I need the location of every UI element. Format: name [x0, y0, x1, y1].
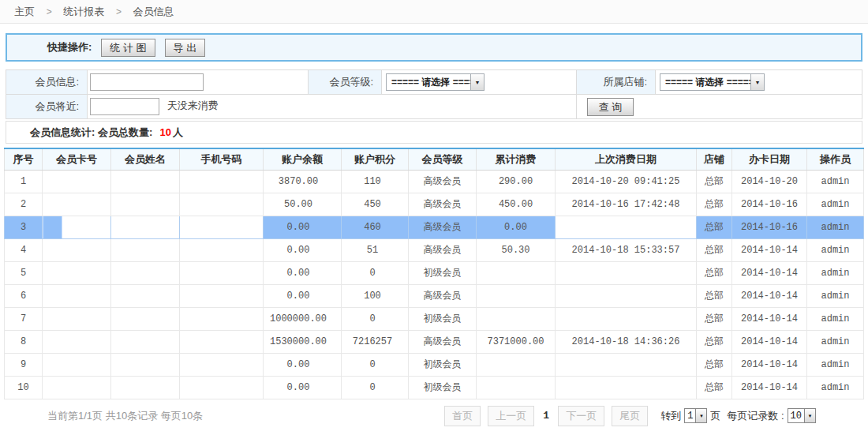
member-near-label: 会员将近: [6, 95, 88, 119]
cell-name [111, 216, 180, 238]
cell-card-number [43, 261, 111, 284]
chevron-down-icon: ▼ [470, 74, 484, 90]
table-row[interactable]: 81530000.007216257高级会员7371000.002014-10-… [5, 330, 864, 353]
next-page-button[interactable]: 下一页 [558, 406, 604, 426]
first-page-button[interactable]: 首页 [444, 406, 481, 426]
cell-index: 3 [5, 216, 43, 238]
cell-card-number [43, 353, 111, 376]
cell-points: 0 [342, 307, 409, 330]
search-button[interactable]: 查 询 [587, 98, 634, 116]
cell-last-spend-date [556, 376, 697, 399]
pagination-controls: 首页 上一页 1 下一页 尾页 转到 1 ▼ 页 每页记录数 : 10 ▼ [444, 406, 819, 426]
quick-operations-bar: 快捷操作: 统 计 图 导 出 [6, 33, 862, 62]
cell-last-spend-date: 2014-10-16 17:42:48 [556, 193, 697, 216]
member-info-input[interactable] [90, 73, 204, 91]
cell-open-date: 2014-10-14 [732, 376, 807, 399]
cell-index: 8 [5, 330, 43, 353]
cell-phone [180, 216, 264, 238]
cell-index: 1 [5, 170, 43, 193]
cell-total-spend: 450.00 [477, 193, 556, 216]
table-row[interactable]: 71000000.000初级会员总部2014-10-14admin [5, 307, 864, 330]
cell-points: 460 [342, 216, 409, 238]
pagination-summary: 当前第1/1页 共10条记录 每页10条 [47, 409, 203, 423]
quick-operations-label: 快捷操作: [47, 40, 92, 54]
cell-points: 450 [342, 193, 409, 216]
table-row[interactable]: 250.00450高级会员450.002014-10-16 17:42:48总部… [5, 193, 864, 216]
cell-store: 总部 [697, 216, 732, 238]
table-row[interactable]: 100.000初级会员总部2014-10-14admin [5, 376, 864, 399]
cell-points: 51 [342, 238, 409, 261]
export-button[interactable]: 导 出 [165, 39, 206, 57]
cell-last-spend-date: 2014-10-20 09:41:25 [556, 170, 697, 193]
member-info-cell [88, 70, 309, 95]
pagination-bar: 当前第1/1页 共10条记录 每页10条 首页 上一页 1 下一页 尾页 转到 … [0, 405, 868, 427]
member-stats-bar: 会员信息统计: 会员总数量: 10人 [6, 121, 862, 144]
member-level-select[interactable]: ===== 请选择 ===== ▼ [386, 73, 485, 91]
cell-total-spend [477, 261, 556, 284]
cell-total-spend [477, 376, 556, 399]
cell-total-spend: 50.30 [477, 238, 556, 261]
cell-index: 4 [5, 238, 43, 261]
cell-name [111, 284, 180, 307]
cell-last-spend-date [556, 261, 697, 284]
goto-page-select[interactable]: 1 ▼ [684, 408, 707, 423]
column-header-points: 账户积分 [342, 148, 409, 170]
table-row[interactable]: 30.00460高级会员0.00总部2014-10-16admin [5, 216, 864, 238]
cell-total-spend [477, 307, 556, 330]
breadcrumb-separator: > [116, 6, 122, 17]
table-row[interactable]: 90.000初级会员总部2014-10-14admin [5, 353, 864, 376]
statistics-chart-button[interactable]: 统 计 图 [101, 39, 155, 57]
cell-points: 0 [342, 261, 409, 284]
cell-balance: 0.00 [264, 353, 342, 376]
chevron-down-icon: ▼ [804, 409, 815, 422]
cell-points: 110 [342, 170, 409, 193]
cell-phone [180, 376, 264, 399]
cell-index: 7 [5, 307, 43, 330]
breadcrumb-home[interactable]: 主页 [14, 6, 35, 17]
column-header-open-date: 办卡日期 [732, 148, 807, 170]
days-input[interactable] [90, 98, 159, 115]
cell-phone [180, 170, 264, 193]
cell-level: 高级会员 [409, 238, 477, 261]
cell-balance: 0.00 [264, 216, 342, 238]
cell-name [111, 238, 180, 261]
cell-open-date: 2014-10-14 [732, 330, 807, 353]
cell-level: 高级会员 [409, 284, 477, 307]
column-header-balance: 账户余额 [264, 148, 342, 170]
page-size-select[interactable]: 10 ▼ [788, 408, 816, 423]
cell-balance: 0.00 [264, 261, 342, 284]
column-header-name: 会员姓名 [111, 148, 180, 170]
table-row[interactable]: 13870.00110高级会员290.002014-10-20 09:41:25… [5, 170, 864, 193]
cell-level: 初级会员 [409, 353, 477, 376]
stats-label: 会员信息统计: [30, 126, 95, 138]
breadcrumb-reports[interactable]: 统计报表 [63, 6, 104, 17]
table-row[interactable]: 40.0051高级会员50.302014-10-18 15:33:57总部201… [5, 238, 864, 261]
cell-open-date: 2014-10-14 [732, 353, 807, 376]
column-header-phone: 手机号码 [180, 148, 264, 170]
cell-total-spend: 0.00 [477, 216, 556, 238]
cell-store: 总部 [697, 376, 732, 399]
cell-operator: admin [807, 330, 864, 353]
prev-page-button[interactable]: 上一页 [488, 406, 534, 426]
cell-last-spend-date [556, 284, 697, 307]
last-page-button[interactable]: 尾页 [612, 406, 648, 426]
store-select[interactable]: ===== 请选择 ===== ▼ [660, 73, 765, 91]
page-size-value: 10 [788, 411, 804, 422]
table-row[interactable]: 60.00100高级会员总部2014-10-14admin [5, 284, 864, 307]
member-level-cell: ===== 请选择 ===== ▼ [382, 70, 577, 95]
cell-card-number [43, 216, 111, 238]
member-info-label: 会员信息: [6, 70, 88, 95]
cell-name [111, 307, 180, 330]
goto-page-label: 转到 [660, 409, 681, 423]
cell-total-spend: 290.00 [477, 170, 556, 193]
table-row[interactable]: 50.000初级会员总部2014-10-14admin [5, 261, 864, 284]
cell-last-spend-date: 2014-10-18 14:36:26 [556, 330, 697, 353]
cell-points: 0 [342, 376, 409, 399]
cell-card-number [43, 238, 111, 261]
cell-index: 2 [5, 193, 43, 216]
cell-operator: admin [807, 216, 864, 238]
cell-store: 总部 [697, 353, 732, 376]
chevron-down-icon: ▼ [750, 74, 764, 90]
cell-last-spend-date [556, 353, 697, 376]
cell-store: 总部 [697, 307, 732, 330]
